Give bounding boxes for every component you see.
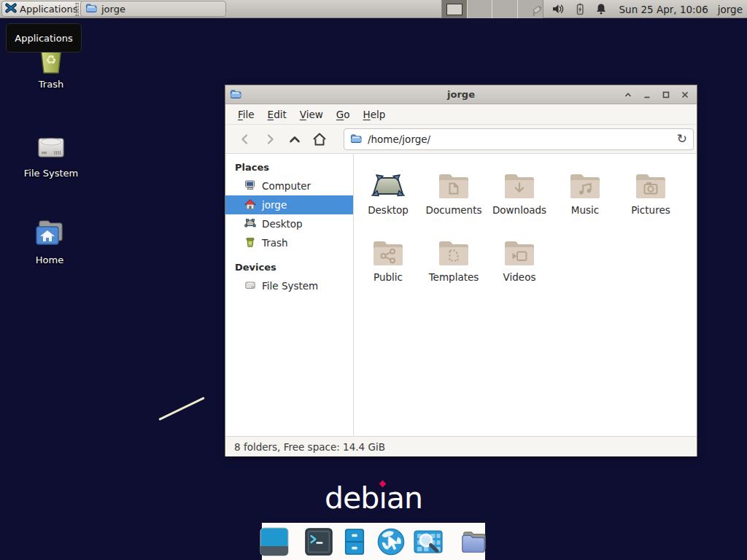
pictures-folder-icon bbox=[618, 163, 684, 201]
drive-mini-icon bbox=[244, 279, 256, 293]
folder-pictures[interactable]: Pictures bbox=[618, 163, 684, 216]
status-bar: 8 folders, Free space: 14.4 GiB bbox=[225, 436, 697, 456]
xfce-applications-icon bbox=[4, 1, 18, 17]
desktop-screen: Applications jorge bbox=[0, 0, 747, 560]
menu-view[interactable]: View bbox=[293, 105, 330, 124]
desktop-icon-label: Trash bbox=[11, 79, 91, 90]
sidebar-item-label: jorge bbox=[262, 199, 287, 211]
menu-go[interactable]: Go bbox=[330, 105, 357, 124]
sidebar-item-label: Computer bbox=[262, 180, 311, 192]
music-folder-icon bbox=[552, 163, 618, 201]
folder-documents[interactable]: Documents bbox=[421, 163, 487, 216]
places-sidebar: Places Computer bbox=[225, 154, 354, 436]
menu-help[interactable]: Help bbox=[357, 105, 392, 124]
home-icon bbox=[244, 198, 256, 212]
reload-icon[interactable]: ↻ bbox=[677, 133, 687, 145]
dock bbox=[262, 523, 485, 560]
desktop-icon-filesystem[interactable]: File System bbox=[11, 129, 91, 179]
sidebar-item-desktop[interactable]: Desktop bbox=[225, 214, 353, 233]
hard-drive-icon bbox=[34, 129, 69, 164]
panel-clock[interactable]: Sun 25 Apr, 10:06 bbox=[615, 4, 708, 15]
folder-label: Documents bbox=[421, 204, 487, 216]
web-browser-globe-icon[interactable] bbox=[376, 527, 406, 556]
folder-downloads[interactable]: Downloads bbox=[487, 163, 552, 216]
system-tray: Sun 25 Apr, 10:06 jorge bbox=[530, 0, 743, 18]
file-cabinet-icon[interactable] bbox=[341, 527, 368, 556]
sidebar-item-label: File System bbox=[262, 280, 318, 292]
minimize-button[interactable] bbox=[640, 88, 654, 102]
public-folder-icon bbox=[355, 230, 421, 268]
computer-icon bbox=[244, 179, 256, 193]
desktop-folder-icon bbox=[355, 163, 421, 201]
folder-label: Downloads bbox=[487, 204, 552, 216]
logo-text-part1: deb bbox=[325, 481, 379, 516]
close-button[interactable] bbox=[678, 88, 692, 102]
home-folder-icon bbox=[32, 216, 67, 251]
toolbar: /home/jorge/ ↻ bbox=[225, 124, 697, 154]
back-button[interactable] bbox=[233, 128, 258, 150]
window-titlebar[interactable]: jorge bbox=[225, 85, 697, 104]
debian-wordmark: debıan bbox=[279, 481, 468, 516]
documents-folder-icon bbox=[421, 163, 487, 201]
folder-public[interactable]: Public bbox=[355, 230, 421, 283]
shade-button[interactable] bbox=[621, 88, 635, 102]
workspace-1[interactable] bbox=[442, 0, 468, 18]
notifications-bell-icon[interactable] bbox=[594, 2, 608, 17]
maximize-button[interactable] bbox=[659, 88, 673, 102]
devices-header: Devices bbox=[225, 252, 353, 276]
folder-videos[interactable]: Videos bbox=[487, 230, 552, 283]
battery-icon[interactable] bbox=[573, 2, 587, 17]
templates-folder-icon bbox=[421, 230, 487, 268]
folder-music[interactable]: Music bbox=[552, 163, 618, 216]
folder-templates[interactable]: Templates bbox=[421, 230, 487, 283]
trash-mini-icon bbox=[244, 236, 256, 250]
workspace-3[interactable] bbox=[492, 0, 518, 18]
svg-text:♻: ♻ bbox=[45, 52, 56, 67]
folder-icon bbox=[85, 2, 97, 15]
applications-menu-label: Applications bbox=[20, 4, 77, 15]
taskbar-window-button[interactable]: jorge bbox=[80, 1, 226, 17]
folder-desktop[interactable]: Desktop bbox=[355, 163, 421, 216]
workspace-window-thumb bbox=[446, 4, 462, 15]
path-text[interactable]: /home/jorge/ bbox=[368, 133, 677, 145]
home-button[interactable] bbox=[307, 128, 332, 150]
path-bar[interactable]: /home/jorge/ ↻ bbox=[344, 128, 694, 150]
menu-file[interactable]: File bbox=[231, 105, 261, 124]
status-text: 8 folders, Free space: 14.4 GiB bbox=[234, 441, 385, 453]
sidebar-item-trash[interactable]: Trash bbox=[225, 233, 353, 252]
sidebar-item-computer[interactable]: Computer bbox=[225, 176, 353, 195]
applications-tooltip: Applications bbox=[6, 23, 82, 52]
taskbar-window-label: jorge bbox=[101, 4, 125, 15]
volume-icon[interactable] bbox=[551, 2, 566, 17]
downloads-folder-icon bbox=[487, 163, 552, 201]
workspace-2[interactable] bbox=[468, 0, 493, 18]
network-icon[interactable] bbox=[530, 2, 545, 17]
file-manager-window: jorge File Edit View Go Help bbox=[225, 85, 697, 456]
application-finder-icon[interactable] bbox=[414, 527, 443, 556]
desktop-icon-label: Home bbox=[9, 254, 90, 265]
sidebar-item-filesystem[interactable]: File System bbox=[225, 276, 353, 295]
workspace-switcher bbox=[441, 0, 543, 18]
dock-folder-icon[interactable] bbox=[459, 527, 488, 556]
sidebar-item-label: Trash bbox=[262, 237, 288, 249]
desktop-mini-icon bbox=[244, 217, 256, 231]
folder-label: Desktop bbox=[355, 204, 421, 216]
folder-label: Public bbox=[355, 271, 421, 283]
desktop-artifact-line bbox=[158, 397, 204, 421]
folder-label: Templates bbox=[421, 271, 487, 283]
applications-menu-button[interactable]: Applications bbox=[1, 1, 84, 17]
tooltip-text: Applications bbox=[15, 33, 72, 44]
up-button[interactable] bbox=[282, 128, 307, 150]
terminal-icon[interactable] bbox=[305, 527, 333, 556]
panel-drag-handle[interactable] bbox=[75, 2, 79, 16]
folder-label: Music bbox=[552, 204, 618, 216]
folder-label: Videos bbox=[487, 271, 552, 283]
file-view: Desktop bbox=[354, 154, 697, 436]
show-desktop-icon[interactable] bbox=[260, 527, 289, 556]
panel-username[interactable]: jorge bbox=[715, 4, 743, 15]
path-folder-icon bbox=[350, 133, 362, 146]
desktop-icon-home[interactable]: Home bbox=[9, 216, 90, 265]
menu-edit[interactable]: Edit bbox=[261, 105, 293, 124]
forward-button[interactable] bbox=[258, 128, 282, 150]
sidebar-item-jorge[interactable]: jorge bbox=[225, 195, 353, 214]
